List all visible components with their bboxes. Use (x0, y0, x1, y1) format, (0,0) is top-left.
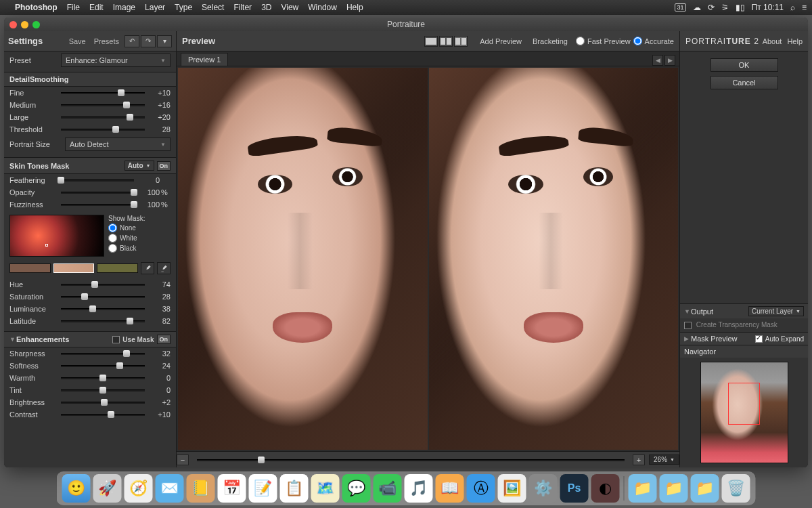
menu-view[interactable]: View (281, 3, 298, 12)
menu-window[interactable]: Window (308, 3, 337, 12)
enhancements-toggle[interactable]: On (157, 335, 171, 344)
dock-appstore-icon[interactable]: Ⓐ (467, 474, 495, 503)
menu-image[interactable]: Image (113, 3, 135, 12)
cloud-icon[interactable]: ☁ (693, 3, 701, 12)
dock-itunes-icon[interactable]: 🎵 (405, 474, 433, 503)
dock-notes-icon[interactable]: 📝 (249, 474, 277, 503)
preview-after[interactable] (429, 68, 679, 450)
portrait-size-dropdown[interactable]: Auto Detect▼ (65, 137, 171, 151)
preview-before[interactable] (178, 68, 428, 450)
dock-maps-icon[interactable]: 🗺️ (311, 474, 340, 503)
dock-contacts-icon[interactable]: 📒 (187, 474, 215, 503)
mask-white-radio[interactable]: White (108, 234, 171, 242)
dock-folder-downloads-icon[interactable]: 📁 (629, 474, 657, 503)
medium-slider[interactable] (61, 101, 145, 109)
help-link[interactable]: Help (787, 37, 803, 45)
mask-black-radio[interactable]: Black (108, 244, 171, 253)
output-dropdown[interactable]: Current Layer▼ (748, 306, 804, 316)
redo-icon[interactable]: ↷ (141, 35, 156, 47)
skin-color-picker[interactable] (9, 215, 104, 257)
dock-reminders-icon[interactable]: 📋 (280, 474, 309, 503)
menu-3d[interactable]: 3D (261, 3, 271, 12)
zoom-in-button[interactable]: + (633, 454, 645, 465)
preset-dropdown[interactable]: Enhance: Glamour ▼ (61, 54, 171, 67)
large-slider[interactable] (61, 113, 145, 121)
threshold-slider[interactable] (61, 125, 145, 133)
fast-preview-radio[interactable]: Fast Preview (576, 37, 631, 45)
skin-tones-toggle[interactable]: On (157, 161, 171, 171)
dock-facetime-icon[interactable]: 📹 (374, 474, 402, 503)
navigator-viewport[interactable] (728, 383, 759, 425)
sync-icon[interactable]: ⟳ (708, 3, 715, 12)
battery-icon[interactable]: ▮▯ (736, 3, 745, 12)
dock-folder-documents-icon[interactable]: 📁 (660, 474, 688, 503)
eyedropper-minus-icon[interactable] (157, 262, 171, 274)
ok-button[interactable]: OK (710, 58, 778, 72)
softness-slider[interactable] (61, 362, 145, 370)
zoom-window-button[interactable] (32, 21, 40, 28)
auto-expand-checkbox[interactable] (755, 335, 763, 343)
fuzziness-slider[interactable] (61, 200, 134, 209)
dock-preview-icon[interactable]: 🖼️ (498, 474, 526, 503)
contrast-slider[interactable] (61, 410, 145, 419)
add-preview-button[interactable]: Add Preview (474, 36, 527, 47)
fine-slider[interactable] (61, 89, 145, 97)
calendar-menubar-icon[interactable]: 31 (675, 3, 685, 12)
feathering-slider[interactable] (61, 176, 134, 184)
latitude-slider[interactable] (61, 317, 145, 325)
view-split-h-button[interactable] (439, 36, 453, 47)
hue-slider[interactable] (61, 280, 145, 289)
undo-icon[interactable]: ↶ (125, 35, 139, 47)
dock-messages-icon[interactable]: 💬 (342, 474, 371, 503)
swatch-shadow[interactable] (9, 263, 51, 273)
dock-finder-icon[interactable]: 🙂 (62, 474, 91, 503)
zoom-percent-dropdown[interactable]: 26%▼ (649, 454, 679, 465)
history-dropdown-icon[interactable]: ▾ (157, 35, 172, 47)
dock-mail-icon[interactable]: ✉️ (156, 474, 184, 503)
menu-filter[interactable]: Filter (233, 3, 252, 12)
dock-folder-other-icon[interactable]: 📁 (691, 474, 719, 503)
menu-help[interactable]: Help (346, 3, 363, 12)
create-mask-checkbox[interactable] (684, 322, 692, 329)
skin-mode-dropdown[interactable]: Auto▼ (125, 161, 154, 171)
about-link[interactable]: About (763, 37, 782, 45)
swatch-mid[interactable] (53, 263, 95, 273)
presets-button[interactable]: Presets (90, 36, 123, 47)
accurate-radio[interactable]: Accurate (633, 37, 674, 45)
menu-layer[interactable]: Layer (145, 3, 165, 12)
menu-file[interactable]: File (67, 3, 80, 12)
use-mask-checkbox[interactable] (112, 336, 120, 343)
chevron-right-icon[interactable]: ▶ (684, 335, 691, 342)
warmth-slider[interactable] (61, 374, 145, 382)
clock[interactable]: Пт 10:11 (752, 3, 784, 12)
tab-prev-button[interactable]: ◀ (652, 55, 663, 66)
dock-ibooks-icon[interactable]: 📖 (436, 474, 464, 503)
brightness-slider[interactable] (61, 398, 145, 406)
navigator-thumbnail[interactable] (700, 362, 788, 463)
opacity-slider[interactable] (61, 188, 134, 196)
dock-photoshop-icon[interactable]: Ps (560, 474, 589, 503)
menu-type[interactable]: Type (175, 3, 192, 12)
tab-next-button[interactable]: ▶ (664, 55, 675, 66)
tint-slider[interactable] (61, 386, 145, 394)
dock-settings-icon[interactable]: ⚙️ (529, 474, 558, 503)
bracketing-button[interactable]: Bracketing (527, 36, 573, 47)
mask-none-radio[interactable]: None (108, 224, 171, 232)
sharpness-slider[interactable] (61, 350, 145, 358)
close-window-button[interactable] (9, 21, 17, 28)
save-button[interactable]: Save (65, 36, 90, 47)
dock-launchpad-icon[interactable]: 🚀 (93, 474, 122, 503)
dock-imagenomic-icon[interactable]: ◐ (591, 474, 620, 503)
spotlight-icon[interactable]: ⌕ (790, 3, 795, 12)
luminance-slider[interactable] (61, 305, 145, 313)
eyedropper-icon[interactable] (141, 262, 154, 274)
view-split-v-button[interactable] (454, 36, 468, 47)
zoom-slider[interactable] (197, 456, 625, 464)
swatch-highlight[interactable] (97, 263, 138, 273)
chevron-down-icon[interactable]: ▼ (9, 336, 16, 343)
view-single-button[interactable] (424, 36, 438, 47)
dock-safari-icon[interactable]: 🧭 (125, 474, 153, 503)
saturation-slider[interactable] (61, 293, 145, 301)
dock-calendar-icon[interactable]: 📅 (218, 474, 246, 503)
dock-trash-icon[interactable]: 🗑️ (722, 474, 750, 503)
